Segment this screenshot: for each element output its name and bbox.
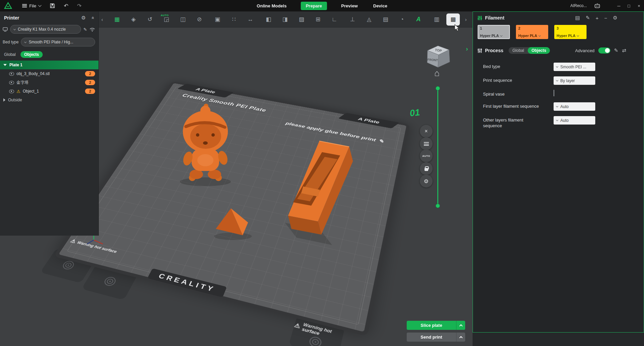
close-selection-button[interactable]: × — [420, 125, 433, 138]
file-menu[interactable]: File — [22, 3, 41, 8]
other-layers-sequence-select[interactable]: Auto — [554, 116, 595, 125]
slider-knob-top[interactable] — [436, 86, 440, 91]
spiral-vase-checkbox[interactable] — [554, 90, 554, 96]
add-filament-button[interactable]: + — [596, 15, 599, 21]
save-button[interactable] — [50, 3, 55, 8]
rotate-tool[interactable]: ↺ — [143, 13, 157, 26]
timelapse-tool[interactable]: ◔ — [395, 13, 409, 26]
send-options-arrow[interactable] — [456, 333, 465, 342]
slice-options-arrow[interactable] — [456, 321, 465, 330]
device-matrix-tool[interactable]: ▩ — [446, 13, 460, 26]
caret-right-icon[interactable] — [3, 98, 5, 102]
tree-item-plate[interactable]: Plate 1 — [0, 61, 98, 69]
tab-prepare[interactable]: Prepare — [301, 2, 327, 10]
slider-knob-bottom[interactable] — [436, 204, 440, 208]
pattern-tool[interactable]: ∷ — [227, 13, 241, 26]
filament-slot-2[interactable]: 2 Hyper PLA — [516, 25, 548, 39]
duplicate-tool[interactable]: ⊞ — [311, 13, 325, 26]
fill-tool[interactable]: ◧ — [262, 13, 275, 26]
tree-item-object[interactable]: 金字塔 2 — [0, 78, 98, 87]
stats-tool[interactable]: ▥ — [430, 13, 443, 26]
process-tab-objects[interactable]: Objects — [528, 47, 550, 54]
mirror-tool[interactable]: ↔ — [244, 13, 257, 26]
auto-arrange-button[interactable]: AUTO — [420, 149, 433, 162]
delete-tool[interactable]: ⊘ — [193, 13, 206, 26]
send-print-button[interactable]: Send print — [407, 333, 465, 342]
bed-type-select[interactable]: Smooth PEI ... — [554, 63, 595, 71]
seam-tool[interactable]: ◬ — [362, 13, 376, 26]
sync-process-icon[interactable]: ⇄ — [622, 47, 626, 54]
fingerprint-icon — [103, 276, 117, 287]
print-sequence-select[interactable]: By layer — [554, 76, 595, 85]
add-plate-tool[interactable]: ▦ — [110, 13, 124, 26]
tab-global[interactable]: Global — [4, 52, 16, 57]
chevron-down-icon — [577, 34, 579, 36]
clone-tool[interactable]: ▣ — [211, 13, 224, 26]
filament-badge[interactable]: 2 — [85, 80, 95, 85]
first-layer-sequence-select[interactable]: Auto — [554, 102, 595, 111]
wifi-icon[interactable] — [89, 27, 95, 32]
chevron-up-icon — [459, 324, 462, 327]
material-station-icon[interactable]: ▤ — [575, 15, 580, 21]
redo-button[interactable]: ↷ — [77, 3, 81, 9]
filament-badge[interactable]: 2 — [85, 89, 95, 94]
tab-objects[interactable]: Objects — [21, 51, 43, 58]
creality-logo-icon — [4, 2, 12, 9]
minimize-button[interactable]: ─ — [614, 0, 624, 11]
view-cube[interactable]: TOP FRONT — [423, 38, 454, 70]
home-view-button[interactable]: ⌂ — [434, 68, 440, 78]
tree-item-object[interactable]: ⚠ Object_1 2 — [0, 87, 98, 96]
plate-number: 01 — [409, 107, 420, 119]
close-button[interactable]: × — [634, 0, 644, 11]
tree-item-label: Plate 1 — [9, 63, 23, 67]
layer-tool[interactable]: ▤ — [379, 13, 392, 26]
assistant-icon[interactable] — [594, 3, 600, 8]
tree-item-object[interactable]: obj_3_Body_04.stl 2 — [0, 69, 98, 78]
printer-settings-icon[interactable]: ⚙ — [81, 15, 86, 21]
eye-icon[interactable] — [9, 89, 14, 93]
edit-filament-icon[interactable]: ✎ — [586, 15, 590, 21]
right-panel-collapse-arrow[interactable]: › — [466, 45, 468, 53]
viewport-settings-button[interactable]: ⚙ — [420, 175, 433, 187]
advanced-toggle[interactable] — [598, 47, 610, 54]
auto-orient-tool[interactable]: AUTO◲ — [160, 13, 173, 26]
lock-view-button[interactable] — [420, 162, 433, 175]
tab-preview[interactable]: Preview — [340, 2, 359, 10]
shell-tool[interactable]: ◨ — [278, 13, 292, 26]
undo-button[interactable]: ↶ — [64, 3, 68, 9]
caret-down-icon[interactable] — [3, 64, 7, 66]
fingerprint-icon — [308, 336, 322, 346]
tab-device[interactable]: Device — [372, 2, 389, 10]
split-tool[interactable]: ◫ — [176, 13, 190, 26]
collapse-panel-icon[interactable]: » — [90, 16, 95, 19]
text-tool[interactable]: A — [412, 13, 425, 26]
slice-plate-button[interactable]: Slice plate — [407, 321, 465, 330]
account-label[interactable]: AIReco... — [570, 3, 587, 8]
process-title: Process — [485, 48, 503, 53]
measure-tool[interactable]: ∟ — [328, 13, 341, 26]
filament-badge[interactable]: 2 — [85, 71, 95, 76]
process-tab-global[interactable]: Global — [509, 47, 528, 54]
eye-icon[interactable] — [9, 80, 14, 84]
eye-icon[interactable] — [9, 72, 14, 76]
filament-settings-icon[interactable]: ⚙ — [613, 15, 617, 21]
hatch-tool[interactable]: ▨ — [295, 13, 308, 26]
support-tool[interactable]: ⊥ — [346, 13, 359, 26]
filament-slot-3[interactable]: 3 Hyper PLA — [554, 25, 587, 39]
bed-type-select[interactable]: Smooth PEI Plate / Hig... — [21, 38, 95, 46]
filament-slot-1[interactable]: 1 Hyper PLA — [478, 25, 510, 39]
toolbar-collapse-left[interactable]: ‹ — [99, 16, 106, 22]
layer-slider[interactable] — [436, 86, 440, 208]
edit-process-icon[interactable]: ✎ — [614, 47, 618, 54]
printer-select[interactable]: Creality K1 Max 0.4 nozzle — [10, 25, 81, 34]
remove-filament-button[interactable]: − — [604, 15, 607, 21]
arrange-tool[interactable]: ◈ — [127, 13, 140, 26]
advanced-label: Advanced — [575, 48, 595, 53]
toolbar-collapse-right[interactable]: › — [462, 16, 469, 22]
maximize-button[interactable]: □ — [624, 0, 634, 11]
tab-online-models[interactable]: Online Models — [255, 2, 288, 10]
chevron-down-icon — [556, 65, 558, 68]
tree-item-outside[interactable]: Outside — [0, 96, 98, 104]
object-list-button[interactable] — [420, 137, 433, 150]
edit-printer-icon[interactable]: ✎ — [83, 27, 87, 32]
